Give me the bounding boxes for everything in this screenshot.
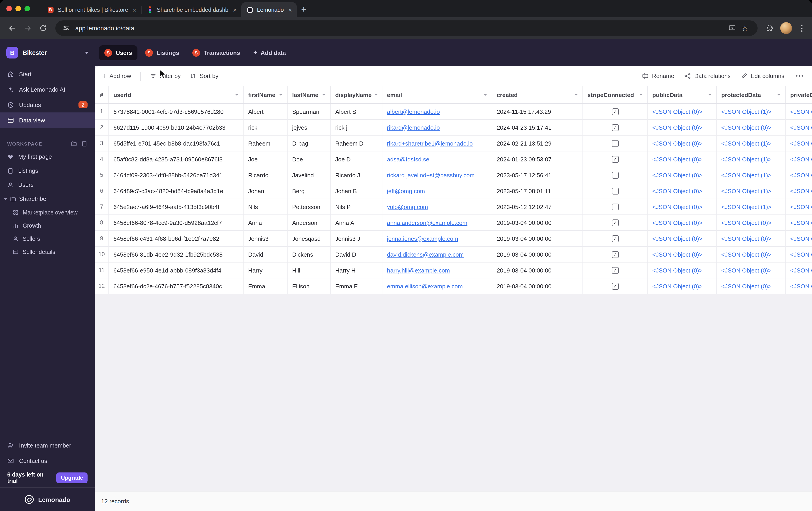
column-header-displayName[interactable]: displayName (331, 86, 382, 103)
table-row[interactable]: 167378841-0001-4cfc-97d3-c569e576d280Alb… (95, 104, 812, 120)
cell-lastName[interactable]: Pettersson (288, 199, 331, 214)
cell-email[interactable]: yolo@omg.com (382, 199, 492, 214)
table-row[interactable]: 7645e2ae7-a6f9-4649-aaf5-4135f3c90b4fNil… (95, 199, 812, 215)
cell-email[interactable]: adsa@fdsfsd.se (382, 151, 492, 167)
json-object-value[interactable]: <JSON Object (0)> (652, 235, 702, 242)
cell-created[interactable]: 2019-03-04 00:00:00 (492, 278, 583, 294)
cell-displayName[interactable]: Ricardo J (331, 167, 382, 183)
cell-displayName[interactable]: Johan B (331, 183, 382, 199)
cell-lastName[interactable]: Dickens (288, 247, 331, 262)
cell-firstName[interactable]: rick (243, 120, 288, 135)
cell-privateData[interactable]: <JSON Object (0)> (786, 120, 812, 135)
cell-stripeConnected[interactable]: ✓ (583, 263, 648, 278)
sidebar-item-listings[interactable]: Listings (0, 164, 95, 178)
cell-stripeConnected[interactable] (583, 136, 648, 151)
json-object-value[interactable]: <JSON Object (0)> (790, 140, 812, 147)
cell-publicData[interactable]: <JSON Object (0)> (648, 247, 717, 262)
bookmark-star-icon[interactable]: ☆ (738, 22, 751, 34)
json-object-value[interactable]: <JSON Object (0)> (652, 219, 702, 226)
email-link[interactable]: anna.anderson@example.com (387, 219, 467, 226)
cell-userId[interactable]: 6458ef66-8078-4cc9-9a30-d5928aa12cf7 (109, 215, 243, 230)
chevron-down-icon[interactable] (708, 94, 712, 96)
cell-protectedData[interactable]: <JSON Object (0)> (717, 278, 786, 294)
json-object-value[interactable]: <JSON Object (0)> (790, 108, 812, 115)
checkbox-checked[interactable]: ✓ (612, 124, 618, 131)
chevron-down-icon[interactable] (235, 94, 239, 96)
cell-displayName[interactable]: David D (331, 247, 382, 262)
cell-protectedData[interactable]: <JSON Object (0)> (717, 120, 786, 135)
cell-firstName[interactable]: Anna (243, 215, 288, 230)
sidebar-item-ask-ai[interactable]: Ask Lemonado AI (0, 82, 95, 97)
cell-lastName[interactable]: Ellison (288, 278, 331, 294)
cell-created[interactable]: 2024-11-15 17:43:29 (492, 104, 583, 119)
close-window-button[interactable] (6, 6, 12, 11)
cell-privateData[interactable]: <JSON Object (0)> (786, 263, 812, 278)
cell-firstName[interactable]: Raheem (243, 136, 288, 151)
cell-lastName[interactable]: Javelind (288, 167, 331, 183)
cell-firstName[interactable]: Albert (243, 104, 288, 119)
site-settings-icon[interactable] (62, 22, 71, 34)
cell-publicData[interactable]: <JSON Object (0)> (648, 215, 717, 230)
row-number[interactable]: 11 (95, 263, 109, 278)
column-header-email[interactable]: email (382, 86, 492, 103)
cell-firstName[interactable]: Joe (243, 151, 288, 167)
json-object-value[interactable]: <JSON Object (1)> (721, 156, 772, 162)
cell-userId[interactable]: 6627d115-1900-4c59-b910-24b4e7702b33 (109, 120, 243, 135)
cell-publicData[interactable]: <JSON Object (0)> (648, 278, 717, 294)
cell-userId[interactable]: 65af8c82-dd8a-4285-a731-09560e8676f3 (109, 151, 243, 167)
cell-firstName[interactable]: Harry (243, 263, 288, 278)
cell-created[interactable]: 2019-03-04 00:00:00 (492, 263, 583, 278)
cell-privateData[interactable]: <JSON Object (0)> (786, 167, 812, 183)
json-object-value[interactable]: <JSON Object (0)> (790, 283, 812, 290)
sidebar-item-data-view[interactable]: Data view (0, 113, 95, 128)
sidebar-item-sharetribe-folder[interactable]: Sharetribe (0, 192, 95, 206)
close-tab-icon[interactable]: × (133, 7, 136, 13)
checkbox-checked[interactable]: ✓ (612, 283, 618, 290)
cell-firstName[interactable]: David (243, 247, 288, 262)
table-row[interactable]: 106458ef66-81db-4ee2-9d32-1fb925bdc538Da… (95, 247, 812, 263)
browser-tab-sharetribe-dashboard[interactable]: Sharetribe embedded dashb × (141, 2, 241, 17)
checkbox-checked[interactable]: ✓ (612, 108, 618, 115)
sidebar-item-marketplace-overview[interactable]: Marketplace overview (0, 206, 95, 219)
json-object-value[interactable]: <JSON Object (0)> (652, 140, 702, 147)
cell-lastName[interactable]: Anderson (288, 215, 331, 230)
row-number[interactable]: 5 (95, 167, 109, 183)
cell-email[interactable]: jenna.jones@example.com (382, 231, 492, 246)
column-header-publicData[interactable]: publicData (648, 86, 717, 103)
cell-lastName[interactable]: Berg (288, 183, 331, 199)
checkbox-checked[interactable]: ✓ (612, 219, 618, 226)
row-number[interactable]: 3 (95, 136, 109, 151)
cell-created[interactable]: 2019-03-04 00:00:00 (492, 215, 583, 230)
email-link[interactable]: yolo@omg.com (387, 203, 428, 210)
json-object-value[interactable]: <JSON Object (0)> (790, 124, 812, 131)
chevron-down-icon[interactable] (484, 94, 487, 96)
cell-firstName[interactable]: Emma (243, 278, 288, 294)
url-text[interactable]: app.lemonado.io/data (75, 25, 134, 31)
cell-stripeConnected[interactable]: ✓ (583, 247, 648, 262)
sort-by-button[interactable]: Sort by (190, 72, 219, 79)
email-link[interactable]: rikard+sharetribe1@lemonado.io (387, 140, 473, 147)
email-link[interactable]: adsa@fdsfsd.se (387, 156, 429, 162)
cell-firstName[interactable]: Nils (243, 199, 288, 214)
cell-publicData[interactable]: <JSON Object (0)> (648, 136, 717, 151)
back-icon[interactable] (5, 21, 19, 35)
table-row[interactable]: 96458ef66-c431-4f68-b06d-f1e02f7a7e82Jen… (95, 231, 812, 247)
cell-protectedData[interactable]: <JSON Object (0)> (717, 215, 786, 230)
edit-columns-button[interactable]: Edit columns (741, 72, 784, 79)
json-object-value[interactable]: <JSON Object (0)> (721, 219, 772, 226)
chevron-down-icon[interactable] (85, 52, 88, 54)
cell-protectedData[interactable]: <JSON Object (1)> (717, 199, 786, 214)
json-object-value[interactable]: <JSON Object (1)> (721, 108, 772, 115)
row-number[interactable]: 2 (95, 120, 109, 135)
chevron-down-icon[interactable] (279, 94, 283, 96)
cell-lastName[interactable]: Doe (288, 151, 331, 167)
email-link[interactable]: rickard.javelind+st@passbuy.com (387, 172, 474, 178)
json-object-value[interactable]: <JSON Object (0)> (652, 124, 702, 131)
sidebar-item-growth[interactable]: Growth (0, 219, 95, 232)
cell-email[interactable]: jeff@omg.com (382, 183, 492, 199)
cell-userId[interactable]: 6458ef66-81db-4ee2-9d32-1fb925bdc538 (109, 247, 243, 262)
column-header-lastName[interactable]: lastName (288, 86, 331, 103)
cell-userId[interactable]: 6458ef66-dc2e-4676-b757-f52285c8340c (109, 278, 243, 294)
cell-displayName[interactable]: Jennis3 J (331, 231, 382, 246)
json-object-value[interactable]: <JSON Object (0)> (790, 251, 812, 258)
